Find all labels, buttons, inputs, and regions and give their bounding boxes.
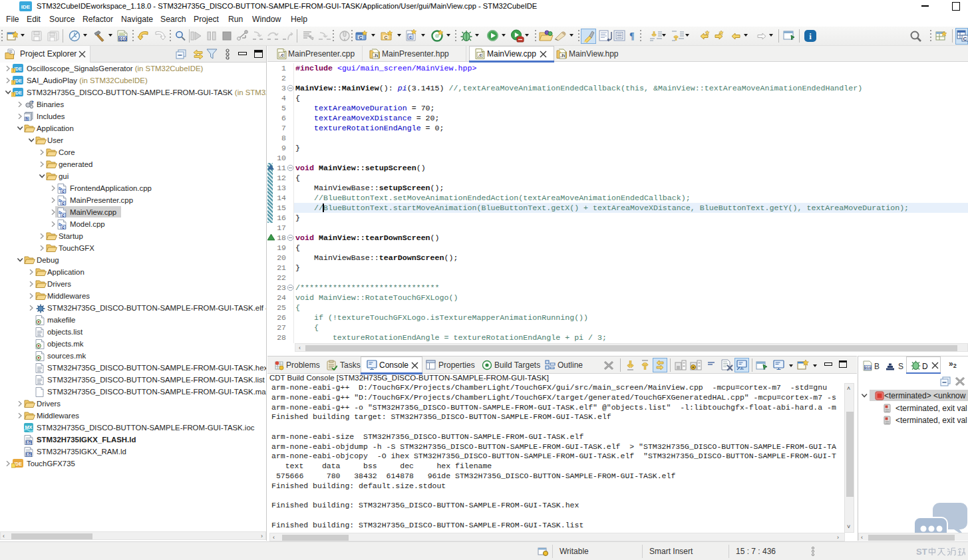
svg-text:IDE: IDE [21,4,31,10]
svg-text:010: 010 [864,366,872,370]
svg-text:C: C [359,35,362,40]
svg-text:.h: .h [373,53,378,59]
svg-text:!: ! [13,80,14,84]
svg-text:LD: LD [26,440,32,444]
svg-text:MX: MX [25,424,32,430]
svg-text:h: h [26,116,29,121]
svg-text:.c: .c [279,52,284,58]
svg-text:LD: LD [26,452,32,456]
svg-text:C: C [963,36,967,42]
svg-text:.c: .c [478,52,482,58]
svg-text:c: c [62,225,65,229]
svg-text:!: ! [13,69,14,72]
svg-text:010: 010 [119,37,127,41]
svg-text:C: C [384,35,387,40]
svg-text:c: c [62,201,65,206]
svg-text:¶: ¶ [629,31,635,41]
svg-text:!: ! [13,92,14,96]
svg-text:c: c [62,213,65,217]
svg-text:i: i [809,31,812,41]
svg-text:.h: .h [560,53,565,59]
svg-text:c: c [409,34,412,40]
svg-text:c: c [62,189,65,194]
